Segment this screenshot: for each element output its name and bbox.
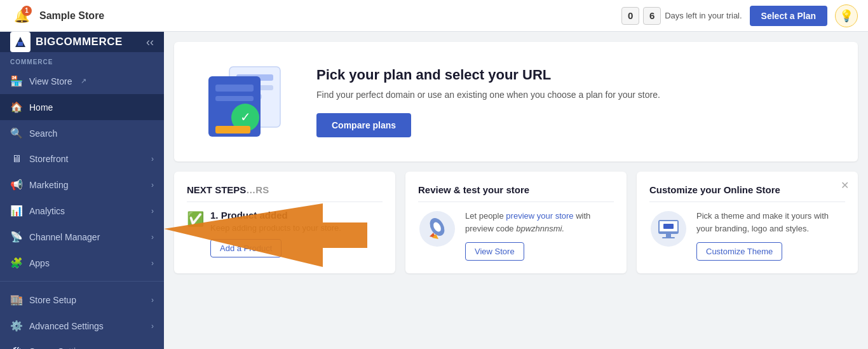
sidebar-item-store-setup[interactable]: 🏬 Store Setup ›	[0, 287, 164, 313]
sidebar-item-advanced-settings[interactable]: ⚙️ Advanced Settings ›	[0, 313, 164, 339]
sidebar-item-marketing[interactable]: 📢 Marketing ›	[0, 172, 164, 198]
product-added-text: 1. Product added Keep adding products to…	[210, 210, 341, 257]
notification-bell[interactable]: 🔔 1	[10, 4, 33, 27]
review-store-card-title: Review & test your store	[418, 184, 614, 202]
sidebar-item-search[interactable]: 🔍 Search	[0, 120, 164, 146]
svg-rect-21	[663, 224, 674, 229]
topbar-left: 🔔 1 Sample Store	[10, 4, 104, 27]
chevron-right-icon: ›	[151, 296, 154, 305]
sidebar-item-apps[interactable]: 🧩 Apps ›	[0, 250, 164, 276]
chevron-right-icon: ›	[151, 154, 154, 163]
sidebar-item-analytics[interactable]: 📊 Analytics ›	[0, 198, 164, 224]
plan-illustration: ✓	[194, 57, 296, 146]
lightbulb-icon: 💡	[839, 9, 853, 23]
step-desc: Keep adding products to your store.	[210, 223, 341, 233]
sidebar-section-label: COMMERCE	[0, 52, 164, 68]
svg-rect-9	[215, 96, 254, 101]
product-added-row: ✅ 1. Product added Keep adding products …	[187, 210, 383, 257]
sidebar: BIGCOMMERCE ‹‹ COMMERCE 🏪 View Store ↗ 🏠…	[0, 32, 164, 349]
plan-banner: ✓ Pick your plan and select your URL Fin…	[174, 42, 858, 161]
chevron-right-icon: ›	[151, 322, 154, 331]
svg-rect-8	[215, 85, 254, 92]
sidebar-divider	[0, 281, 164, 282]
sidebar-item-label: Search	[29, 128, 57, 139]
sidebar-item-label: Storefront	[29, 154, 68, 164]
sidebar-item-label: Server Settings	[29, 346, 90, 349]
cards-row: NEXT STEPS…RS ✅ 1. Product added Keep ad…	[174, 172, 858, 273]
customize-store-card: ✕ Customize your Online Store	[637, 172, 858, 273]
step-label: 1. Product added	[210, 210, 341, 221]
review-store-card: Review & test your store Let p	[405, 172, 627, 273]
logo-icon	[10, 32, 31, 52]
storefront-icon: 🖥	[10, 153, 23, 165]
customize-store-desc: Pick a theme and make it yours with your…	[696, 210, 845, 235]
lightbulb-button[interactable]: 💡	[835, 4, 858, 27]
view-store-button[interactable]: View Store	[465, 242, 524, 261]
trial-days: 0 6 Days left in your trial.	[621, 7, 742, 25]
svg-rect-22	[666, 234, 671, 237]
store-name: Sample Store	[39, 10, 104, 22]
compare-plans-button[interactable]: Compare plans	[316, 113, 411, 137]
chevron-right-icon: ›	[151, 207, 154, 216]
sidebar-item-home[interactable]: 🏠 Home	[0, 94, 164, 120]
add-product-button[interactable]: Add a Product	[210, 239, 281, 257]
review-store-card-body: Let people preview your store with previ…	[418, 210, 614, 261]
store-setup-icon: 🏬	[10, 294, 23, 306]
sidebar-item-label: Marketing	[29, 180, 68, 190]
review-store-content: Let people preview your store with previ…	[465, 210, 614, 261]
main-content: ✓ Pick your plan and select your URL Fin…	[164, 32, 868, 349]
store-icon: 🏪	[10, 75, 23, 87]
sidebar-item-storefront[interactable]: 🖥 Storefront ›	[0, 146, 164, 172]
next-steps-card: NEXT STEPS…RS ✅ 1. Product added Keep ad…	[174, 172, 395, 273]
sidebar-item-view-store[interactable]: 🏪 View Store ↗	[0, 68, 164, 94]
select-plan-button[interactable]: Select a Plan	[750, 6, 827, 26]
apps-icon: 🧩	[10, 257, 23, 269]
sidebar-item-label: Apps	[29, 258, 50, 268]
svg-text:✓: ✓	[240, 110, 251, 124]
sidebar-logo: BIGCOMMERCE ‹‹	[0, 32, 164, 52]
chevron-right-icon: ›	[151, 259, 154, 268]
logo-text: BIGCOMMERCE	[36, 36, 123, 48]
rocket-illustration	[418, 210, 456, 248]
server-settings-icon: 🛠	[10, 346, 23, 349]
trial-text: Days left in your trial.	[665, 11, 742, 20]
sidebar-item-label: Channel Manager	[29, 232, 100, 242]
preview-store-link[interactable]: preview your store	[506, 211, 573, 221]
sidebar-item-label: View Store	[29, 76, 72, 86]
plan-banner-description: Find your perfect domain or use an exist…	[316, 88, 837, 102]
sidebar-item-server-settings[interactable]: 🛠 Server Settings ›	[0, 339, 164, 349]
search-icon: 🔍	[10, 127, 23, 139]
customize-store-card-title: Customize your Online Store	[649, 184, 845, 202]
advanced-settings-icon: ⚙️	[10, 320, 23, 332]
plan-text: Pick your plan and select your URL Find …	[316, 67, 837, 137]
topbar-right: 0 6 Days left in your trial. Select a Pl…	[621, 4, 858, 27]
review-store-desc: Let people preview your store with previ…	[465, 210, 614, 235]
channel-manager-icon: 📡	[10, 231, 23, 243]
sidebar-item-label: Home	[29, 102, 53, 113]
sidebar-item-label: Advanced Settings	[29, 321, 104, 331]
monitor-illustration	[649, 210, 688, 248]
customize-store-card-body: Pick a theme and make it yours with your…	[649, 210, 845, 261]
sidebar-item-label: Store Setup	[29, 295, 76, 305]
layout: BIGCOMMERCE ‹‹ COMMERCE 🏪 View Store ↗ 🏠…	[0, 32, 868, 349]
check-icon: ✅	[187, 211, 204, 228]
svg-rect-23	[662, 237, 675, 238]
trial-day-six: 6	[643, 7, 661, 25]
chevron-right-icon: ›	[151, 181, 154, 189]
marketing-icon: 📢	[10, 179, 23, 191]
plan-banner-title: Pick your plan and select your URL	[316, 67, 837, 83]
sidebar-item-channel-manager[interactable]: 📡 Channel Manager ›	[0, 224, 164, 250]
analytics-icon: 📊	[10, 205, 23, 217]
external-link-icon: ↗	[81, 77, 86, 85]
sidebar-item-label: Analytics	[29, 206, 65, 216]
chevron-right-icon: ›	[151, 233, 154, 242]
preview-code: bpwzhnnsmi.	[516, 224, 564, 233]
notification-badge: 1	[22, 6, 32, 16]
svg-rect-1	[18, 42, 23, 46]
topbar: 🔔 1 Sample Store 0 6 Days left in your t…	[0, 0, 868, 32]
logo-area: BIGCOMMERCE	[10, 32, 123, 52]
close-card-button[interactable]: ✕	[841, 179, 849, 191]
customize-theme-button[interactable]: Customize Theme	[696, 242, 782, 261]
collapse-sidebar-button[interactable]: ‹‹	[146, 36, 154, 49]
trial-day-zero: 0	[621, 7, 639, 25]
